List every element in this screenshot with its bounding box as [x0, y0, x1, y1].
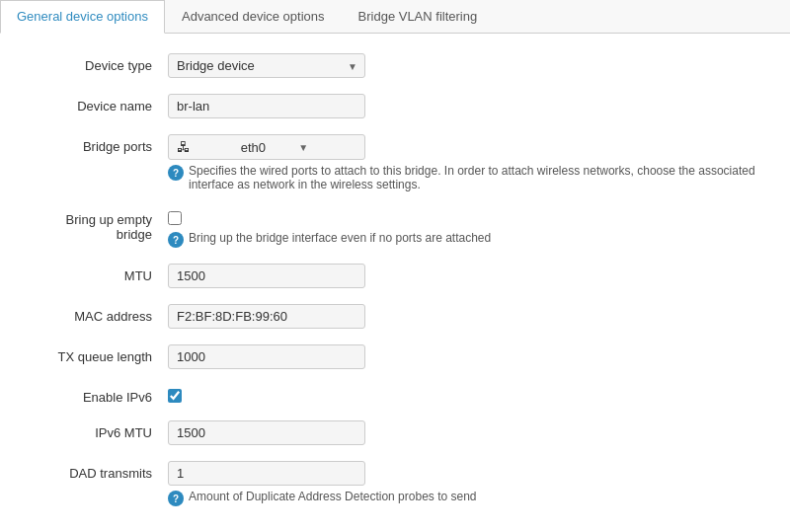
dad-transmits-help: ? Amount of Duplicate Address Detection … [168, 490, 760, 506]
bridge-ports-select[interactable]: 🖧 eth0 ▼ [168, 134, 365, 160]
dad-transmits-input[interactable] [168, 461, 365, 486]
ipv6-mtu-input[interactable] [168, 420, 365, 445]
enable-ipv6-control [168, 385, 760, 403]
mtu-row: MTU [30, 264, 760, 288]
tx-queue-row: TX queue length [30, 344, 760, 369]
enable-ipv6-checkbox[interactable] [168, 389, 182, 403]
device-type-control: Bridge device Ethernet adapter VLAN ▼ [168, 53, 760, 78]
enable-ipv6-row: Enable IPv6 [30, 385, 760, 405]
tab-advanced[interactable]: Advanced device options [165, 0, 342, 33]
device-name-input[interactable] [168, 94, 365, 118]
form-content: Device type Bridge device Ethernet adapt… [0, 34, 790, 532]
dad-transmits-label: DAD transmits [30, 461, 168, 481]
mtu-input[interactable] [168, 264, 365, 288]
bridge-ports-help-icon: ? [168, 165, 184, 181]
dad-transmits-help-text: Amount of Duplicate Address Detection pr… [189, 490, 477, 503]
bridge-ports-label: Bridge ports [30, 134, 168, 154]
bring-up-help-text: Bring up the bridge interface even if no… [189, 231, 491, 245]
device-type-select[interactable]: Bridge device Ethernet adapter VLAN [168, 53, 365, 78]
device-name-row: Device name [30, 94, 760, 118]
bridge-ports-help-text: Specifies the wired ports to attach to t… [189, 164, 760, 191]
device-type-select-wrapper[interactable]: Bridge device Ethernet adapter VLAN ▼ [168, 53, 365, 78]
ipv6-mtu-control [168, 420, 760, 445]
tab-vlan[interactable]: Bridge VLAN filtering [342, 0, 495, 33]
ipv6-mtu-row: IPv6 MTU [30, 420, 760, 445]
tx-queue-input[interactable] [168, 344, 365, 369]
mac-address-control [168, 304, 760, 329]
mac-address-row: MAC address [30, 304, 760, 329]
tab-general[interactable]: General device options [0, 0, 165, 34]
bridge-ports-row: Bridge ports 🖧 eth0 ▼ ? Specifies the wi… [30, 134, 760, 191]
bridge-ports-arrow-icon: ▼ [298, 142, 356, 153]
device-name-label: Device name [30, 94, 168, 114]
bring-up-checkbox[interactable] [168, 211, 182, 225]
tabs-container: General device options Advanced device o… [0, 0, 790, 532]
tab-bar: General device options Advanced device o… [0, 0, 790, 34]
ipv6-mtu-label: IPv6 MTU [30, 420, 168, 440]
bring-up-checkbox-wrapper [168, 207, 760, 225]
mac-address-label: MAC address [30, 304, 168, 324]
dad-transmits-control: ? Amount of Duplicate Address Detection … [168, 461, 760, 506]
bridge-ports-value: eth0 [241, 140, 299, 155]
bring-up-control: ? Bring up the bridge interface even if … [168, 207, 760, 248]
eth-icon: 🖧 [177, 139, 235, 155]
device-name-control [168, 94, 760, 118]
tx-queue-control [168, 344, 760, 369]
bring-up-label: Bring up empty bridge [30, 207, 168, 242]
bring-up-help: ? Bring up the bridge interface even if … [168, 231, 760, 248]
mtu-label: MTU [30, 264, 168, 283]
device-type-row: Device type Bridge device Ethernet adapt… [30, 53, 760, 78]
bring-up-row: Bring up empty bridge ? Bring up the bri… [30, 207, 760, 248]
device-type-label: Device type [30, 53, 168, 73]
mac-address-input[interactable] [168, 304, 365, 329]
mtu-control [168, 264, 760, 288]
enable-ipv6-checkbox-wrapper [168, 385, 760, 403]
bridge-ports-help: ? Specifies the wired ports to attach to… [168, 164, 760, 191]
tx-queue-label: TX queue length [30, 344, 168, 364]
bring-up-help-icon: ? [168, 232, 184, 248]
dad-transmits-help-icon: ? [168, 491, 184, 506]
bridge-ports-control: 🖧 eth0 ▼ ? Specifies the wired ports to … [168, 134, 760, 191]
enable-ipv6-label: Enable IPv6 [30, 385, 168, 405]
dad-transmits-row: DAD transmits ? Amount of Duplicate Addr… [30, 461, 760, 506]
